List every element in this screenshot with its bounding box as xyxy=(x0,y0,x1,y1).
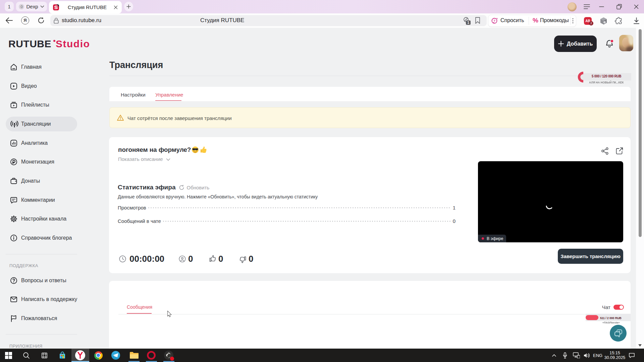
svg-text:?: ? xyxy=(493,19,495,22)
